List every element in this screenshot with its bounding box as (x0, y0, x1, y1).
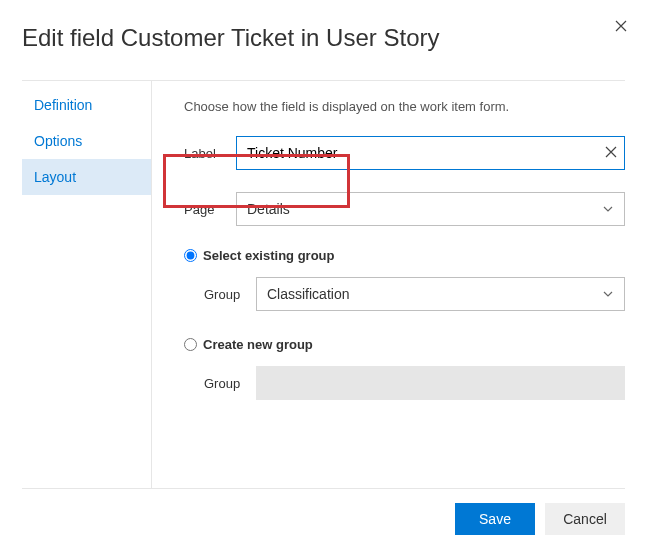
edit-field-dialog: Edit field Customer Ticket in User Story… (0, 0, 647, 557)
tab-options[interactable]: Options (22, 123, 151, 159)
label-row: Label (184, 136, 625, 170)
page-select[interactable]: Details (236, 192, 625, 226)
close-icon (605, 146, 617, 158)
close-button[interactable] (611, 12, 631, 41)
existing-group-radio[interactable] (184, 249, 197, 262)
group-select-wrap: Classification (256, 277, 625, 311)
clear-input-button[interactable] (605, 144, 617, 162)
close-icon (615, 20, 627, 32)
page-field-label: Page (184, 202, 236, 217)
chevron-down-icon (602, 203, 614, 215)
cancel-button[interactable]: Cancel (545, 503, 625, 535)
group-field-label: Group (204, 287, 256, 302)
dialog-title: Edit field Customer Ticket in User Story (22, 24, 625, 52)
existing-group-label[interactable]: Select existing group (203, 248, 334, 263)
content-description: Choose how the field is displayed on the… (184, 99, 625, 114)
group-field-label-2: Group (204, 376, 256, 391)
tab-layout[interactable]: Layout (22, 159, 151, 195)
group-select[interactable]: Classification (256, 277, 625, 311)
dialog-footer: Save Cancel (22, 489, 625, 539)
page-select-wrap: Details (236, 192, 625, 226)
sidebar: Definition Options Layout (22, 81, 152, 488)
label-input[interactable] (236, 136, 625, 170)
new-group-input (256, 366, 625, 400)
new-group-input-wrap (256, 366, 625, 400)
existing-group-row: Group Classification (204, 277, 625, 311)
tab-content: Choose how the field is displayed on the… (152, 81, 625, 488)
new-group-radio-row: Create new group (184, 337, 625, 352)
new-group-row: Group (204, 366, 625, 400)
dialog-body: Definition Options Layout Choose how the… (22, 81, 625, 488)
new-group-label[interactable]: Create new group (203, 337, 313, 352)
page-select-value: Details (247, 201, 290, 217)
label-field-label: Label (184, 146, 236, 161)
save-button[interactable]: Save (455, 503, 535, 535)
group-select-value: Classification (267, 286, 349, 302)
existing-group-radio-row: Select existing group (184, 248, 625, 263)
new-group-radio[interactable] (184, 338, 197, 351)
label-input-wrap (236, 136, 625, 170)
tab-definition[interactable]: Definition (22, 87, 151, 123)
chevron-down-icon (602, 288, 614, 300)
page-row: Page Details (184, 192, 625, 226)
